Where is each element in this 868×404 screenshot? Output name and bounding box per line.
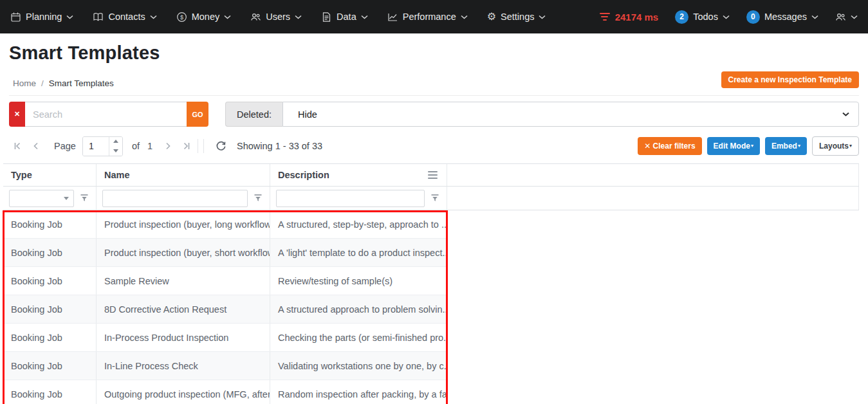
column-header-type[interactable]: Type — [3, 164, 97, 186]
layouts-label: Layouts — [819, 142, 849, 151]
column-header-label: Type — [11, 170, 32, 180]
chevron-down-icon — [224, 15, 231, 19]
chevron-down-icon — [811, 15, 818, 19]
deleted-filter-label: Deleted: — [225, 102, 282, 127]
search-go-button[interactable]: GO — [187, 102, 208, 127]
search-input[interactable] — [25, 102, 187, 127]
name-cell: Product inspection (buyer, short workflo… — [97, 239, 270, 266]
chevron-down-icon — [361, 15, 368, 19]
chevron-down-icon — [150, 15, 157, 19]
page-spinner — [109, 137, 122, 156]
nav-item-label: Money — [192, 12, 220, 22]
type-cell: Booking Job — [3, 210, 97, 238]
column-header-name[interactable]: Name — [97, 164, 270, 186]
last-page-button[interactable] — [177, 142, 195, 151]
create-inspection-template-button[interactable]: Create a new Inspection Template — [721, 71, 860, 88]
table-row[interactable]: Booking Job Product inspection (buyer, s… — [3, 239, 447, 267]
table-row[interactable]: Booking Job In-Line Process Check Valida… — [3, 352, 447, 380]
messages-label: Messages — [764, 12, 807, 22]
calendar-icon — [10, 12, 21, 23]
deleted-filter-select[interactable]: Hide — [282, 102, 859, 127]
next-page-button[interactable] — [159, 142, 177, 151]
table-row[interactable]: Booking Job 8D Corrective Action Request… — [3, 295, 447, 324]
page-label: Page — [54, 141, 76, 151]
filter-lines-icon — [600, 13, 610, 21]
total-pages: 1 — [147, 141, 152, 151]
description-cell: Checking the parts (or semi-finished pro… — [270, 324, 447, 351]
chevron-down-icon — [295, 15, 302, 19]
grid-header-row: Type Name Description — [3, 164, 859, 187]
name-cell: 8D Corrective Action Request — [97, 295, 270, 323]
table-row[interactable]: Booking Job Sample Review Review/testing… — [3, 267, 447, 295]
chevron-down-icon — [461, 15, 468, 19]
caret-down-icon: ▾ — [849, 143, 852, 149]
pager-toolbar: Page of 1 Showing 1 - 33 of 33 ✕ Clear f… — [9, 135, 859, 157]
description-filter-menu-button[interactable] — [430, 193, 440, 203]
column-menu-icon[interactable] — [427, 170, 439, 180]
todos-label: Todos — [693, 12, 718, 22]
previous-page-button[interactable] — [27, 142, 45, 151]
type-filter-menu-button[interactable] — [79, 193, 89, 203]
messages-menu[interactable]: 0 Messages — [746, 10, 818, 24]
column-header-description[interactable]: Description — [270, 164, 447, 186]
column-header-label: Description — [278, 170, 427, 180]
table-row[interactable]: Booking Job Product inspection (buyer, l… — [3, 210, 447, 239]
description-cell: A structured approach to problem solvin.… — [270, 295, 447, 323]
breadcrumb: Home / Smart Templates — [9, 78, 114, 88]
search-group: ✕ GO — [9, 102, 208, 127]
edit-mode-button[interactable]: Edit Mode▾ — [707, 137, 760, 155]
breadcrumb-home-link[interactable]: Home — [13, 78, 36, 88]
embed-button[interactable]: Embed▾ — [765, 137, 807, 155]
clear-filters-button[interactable]: ✕ Clear filters — [638, 137, 701, 155]
breadcrumb-current: Smart Templates — [49, 78, 114, 88]
nav-item-money[interactable]: $ Money — [176, 12, 232, 23]
gear-icon: ⚙ — [487, 12, 496, 22]
top-navigation: Planning Contacts $ Money Users Data Per… — [0, 0, 868, 33]
breadcrumb-separator: / — [41, 78, 44, 88]
nav-item-data[interactable]: Data — [321, 12, 368, 23]
nav-item-planning[interactable]: Planning — [10, 12, 73, 23]
search-clear-button[interactable]: ✕ — [9, 102, 25, 127]
refresh-button[interactable] — [216, 141, 226, 152]
nav-item-contacts[interactable]: Contacts — [93, 12, 156, 23]
description-filter-cell — [270, 187, 447, 210]
layouts-button[interactable]: Layouts▾ — [812, 136, 859, 156]
showing-status: Showing 1 - 33 of 33 — [237, 141, 322, 151]
name-filter-input[interactable] — [102, 190, 248, 207]
type-cell: Booking Job — [3, 352, 97, 380]
todos-menu[interactable]: 2 Todos — [675, 10, 730, 24]
nav-item-label: Data — [337, 12, 356, 22]
first-page-icon — [14, 142, 23, 151]
contacts-book-icon — [93, 12, 104, 23]
user-account-menu[interactable] — [835, 12, 858, 23]
line-chart-icon — [387, 12, 398, 23]
page-decrement-button[interactable] — [109, 146, 122, 156]
description-filter-input[interactable] — [276, 190, 425, 207]
name-filter-menu-button[interactable] — [253, 193, 263, 203]
nav-item-users[interactable]: Users — [250, 12, 302, 23]
column-header-label: Name — [104, 170, 130, 180]
caret-down-icon — [113, 149, 118, 152]
chevron-down-icon — [851, 15, 858, 19]
latency-value: 24174 ms — [615, 12, 659, 23]
first-page-button[interactable] — [9, 142, 27, 151]
nav-item-performance[interactable]: Performance — [387, 12, 468, 23]
type-filter-dropdown[interactable] — [9, 190, 74, 207]
latency-indicator[interactable]: 24174 ms — [600, 12, 659, 23]
table-row[interactable]: Booking Job In-Process Product Inspectio… — [3, 324, 447, 352]
filter-funnel-icon — [254, 194, 263, 203]
description-cell: A 'light' template to do a product inspe… — [270, 239, 447, 266]
type-cell: Booking Job — [3, 324, 97, 351]
page-increment-button[interactable] — [109, 137, 122, 147]
name-filter-cell — [97, 187, 270, 210]
nav-item-label: Planning — [26, 12, 62, 22]
table-row[interactable]: Booking Job Outgoing product inspection … — [3, 380, 447, 404]
chevron-down-icon — [66, 15, 73, 19]
type-cell: Booking Job — [3, 239, 97, 266]
page-header: Smart Templates Home / Smart Templates C… — [0, 33, 868, 96]
page-number-input[interactable] — [83, 137, 109, 156]
users-icon — [250, 12, 261, 23]
nav-item-settings[interactable]: ⚙ Settings — [487, 12, 546, 22]
filter-funnel-icon — [80, 194, 89, 203]
toolbar-divider — [203, 139, 204, 153]
